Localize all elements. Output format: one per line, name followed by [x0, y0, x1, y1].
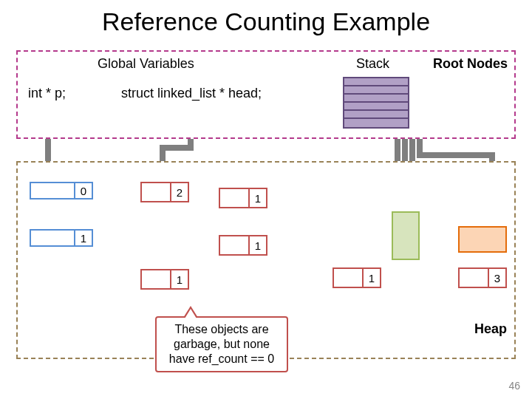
refcount: 1	[362, 269, 380, 287]
stack-frame	[344, 95, 408, 103]
heap-node-red-1-right: 1	[332, 267, 381, 288]
stack-box	[343, 77, 409, 129]
stack-frame	[344, 78, 408, 86]
stack-frame	[344, 119, 408, 127]
refcount: 3	[488, 269, 505, 287]
heap-node-red-2: 2	[140, 182, 189, 202]
heap-node-red-3: 3	[458, 267, 507, 288]
stack-label: Stack	[356, 56, 389, 72]
refcount: 1	[248, 189, 266, 207]
stack-frame	[344, 86, 408, 95]
heap-label: Heap	[474, 321, 507, 337]
refcount: 2	[170, 183, 188, 201]
refcount: 1	[74, 231, 92, 245]
heap-node-blue-0: 0	[30, 182, 93, 200]
var-struct-head: struct linked_list * head;	[121, 86, 262, 101]
root-nodes-label: Root Nodes	[433, 56, 508, 72]
global-variables-label: Global Variables	[98, 56, 194, 72]
slide-title: Reference Counting Example	[0, 0, 532, 42]
refcount: 1	[170, 270, 188, 288]
heap-node-red-1c: 1	[140, 269, 189, 290]
heap-object-orange	[458, 226, 507, 253]
heap-object-green	[392, 211, 420, 260]
callout-line: have ref_count == 0	[169, 352, 274, 365]
heap-node-red-1a: 1	[219, 188, 267, 208]
callout-garbage: These objects are garbage, but none have…	[155, 316, 288, 372]
refcount: 1	[248, 236, 266, 254]
refcount: 0	[74, 183, 92, 198]
heap-node-red-1b: 1	[219, 235, 267, 256]
stack-frame	[344, 111, 408, 119]
root-nodes-panel: Global Variables Stack Root Nodes int * …	[16, 50, 516, 139]
callout-line: These objects are	[174, 323, 268, 335]
page-number: 46	[508, 380, 520, 392]
callout-line: garbage, but none	[174, 338, 270, 350]
var-int-p: int * p;	[28, 86, 66, 101]
stack-frame	[344, 103, 408, 111]
heap-node-blue-1: 1	[30, 229, 93, 247]
